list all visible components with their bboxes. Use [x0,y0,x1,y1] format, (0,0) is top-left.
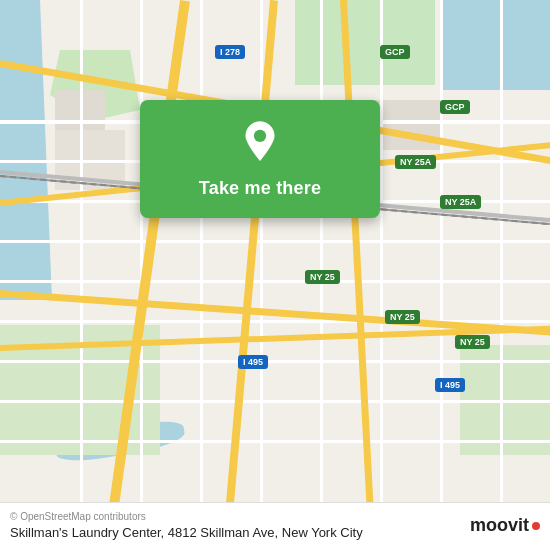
take-me-there-button[interactable]: Take me there [191,174,329,203]
road-v1 [80,0,83,550]
road-v3 [200,0,203,550]
park-ne [295,0,435,85]
bottom-bar: © OpenStreetMap contributors Skillman's … [0,502,550,550]
shield-ny25-1: NY 25 [305,270,340,284]
location-pin-icon [238,120,282,164]
shield-ny25a-1: NY 25A [395,155,436,169]
location-card: Take me there [140,100,380,218]
water-top-right [440,0,550,90]
moovit-dot-icon [532,522,540,530]
road-v6 [380,0,383,550]
moovit-logo-text: moovit [470,515,529,536]
shield-ny25-2: NY 25 [385,310,420,324]
svg-point-0 [254,130,266,142]
address-text: Skillman's Laundry Center, 4812 Skillman… [10,525,363,540]
road-v8 [500,0,503,550]
shield-gcp1: GCP [380,45,410,59]
shield-i495-2: I 495 [435,378,465,392]
shield-i495-1: I 495 [238,355,268,369]
shield-ny25a-2: NY 25A [440,195,481,209]
shield-gcp2: GCP [440,100,470,114]
address-info: © OpenStreetMap contributors Skillman's … [10,511,363,540]
bottom-bar-content: © OpenStreetMap contributors Skillman's … [10,511,540,540]
road-v7 [440,0,443,550]
moovit-logo: moovit [470,515,540,536]
osm-credit: © OpenStreetMap contributors [10,511,363,522]
shield-i278: I 278 [215,45,245,59]
map-container: I 278 GCP GCP NY 25A NY 25A NY 25 NY 25 … [0,0,550,550]
shield-ny25-3: NY 25 [455,335,490,349]
